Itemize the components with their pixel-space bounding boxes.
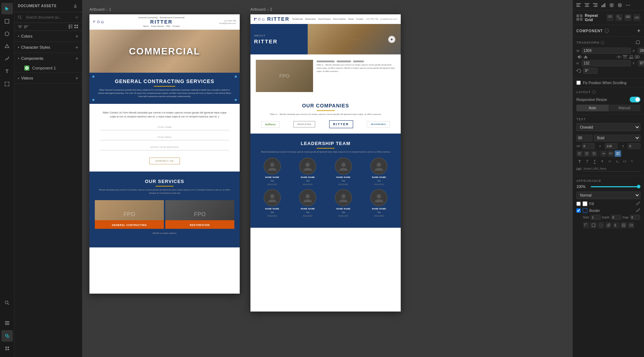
canvas-area[interactable]: Artboard – 1 [82, 0, 572, 357]
opacity-slider[interactable] [591, 186, 640, 187]
shadow-icon[interactable] [583, 222, 589, 228]
border-gap-input[interactable] [630, 215, 640, 220]
text-tool[interactable]: T [1, 66, 13, 77]
artboard-2[interactable]: RITTER ResidentialRestorationRoof Divisi… [250, 14, 401, 312]
manual-button[interactable]: Manual [609, 105, 641, 111]
align-center-text-btn[interactable] [584, 150, 590, 157]
zoom-tool[interactable] [1, 297, 13, 308]
components-add-btn[interactable]: + [75, 56, 78, 61]
name-field[interactable]: YOUR NAME [100, 124, 229, 130]
flip-v-icon[interactable] [583, 55, 588, 59]
strikethrough-text-btn[interactable]: T̶ [599, 158, 605, 165]
polygon-tool[interactable] [1, 40, 13, 52]
transform-reset-icon[interactable] [635, 40, 640, 45]
flip-h-icon[interactable] [577, 55, 582, 59]
allcaps-btn[interactable]: TT [621, 158, 628, 165]
component-add-button[interactable]: + [637, 28, 640, 34]
overlay-fill-icon[interactable] [605, 222, 612, 228]
list-view-icon[interactable] [69, 25, 73, 29]
x-input[interactable] [638, 48, 644, 54]
character-styles-header[interactable]: ▾ Character Styles + [14, 42, 82, 53]
italic-text-btn[interactable]: T [584, 158, 590, 165]
text-decoration-none-btn[interactable] [600, 150, 607, 157]
repeat-grid-icon-2[interactable] [615, 14, 623, 21]
char-spacing-input[interactable] [582, 143, 595, 149]
repeat-grid-icon-3[interactable] [624, 14, 631, 21]
align-bottom-icon[interactable] [629, 55, 634, 59]
para-spacing-input[interactable] [628, 143, 640, 149]
image-fill-icon[interactable] [620, 222, 627, 228]
align-left-icon[interactable] [575, 1, 582, 9]
distribute-h-icon[interactable] [608, 1, 615, 9]
align-left-text-btn[interactable] [576, 150, 583, 157]
sort-icon[interactable] [24, 25, 28, 29]
font-size-input[interactable] [576, 135, 592, 141]
align-right-icon[interactable] [591, 1, 599, 9]
artboard-1[interactable]: General Contracting Residential & Commer… [89, 14, 240, 294]
align-center-icon[interactable] [583, 1, 590, 9]
pen-tool[interactable] [1, 53, 13, 64]
height-input[interactable] [582, 60, 631, 66]
gradient-fill-icon[interactable] [613, 222, 619, 228]
layers-icon[interactable] [1, 318, 13, 329]
line-height-input[interactable] [605, 143, 618, 149]
more-options-icon[interactable] [624, 1, 631, 9]
rectangle-tool[interactable] [1, 15, 13, 27]
font-select[interactable]: Oswald [576, 123, 640, 131]
select-tool[interactable] [1, 3, 13, 14]
text-list-btn[interactable] [608, 150, 614, 157]
auto-button[interactable]: Auto [576, 105, 609, 111]
artboard-tool[interactable] [1, 78, 13, 90]
colors-section-header[interactable]: ▾ Colors + [14, 31, 82, 42]
fix-scrolling-checkbox[interactable] [576, 81, 581, 85]
rotation-input[interactable] [583, 68, 597, 74]
blur-icon[interactable] [598, 222, 604, 228]
align-top-icon[interactable] [623, 55, 628, 59]
grid-view-icon[interactable] [74, 25, 78, 29]
underline-text-btn[interactable]: T [591, 158, 598, 165]
components-header[interactable]: ▾ Components + [14, 53, 82, 64]
text-wrap-btn[interactable] [615, 150, 621, 157]
plugins-icon[interactable] [1, 343, 13, 354]
border-dash-input[interactable] [611, 215, 621, 220]
repeat-grid-icon-4[interactable] [633, 14, 640, 21]
url-input[interactable] [583, 166, 640, 172]
align-right-text-btn[interactable] [591, 150, 597, 157]
fill-checkbox[interactable] [576, 202, 581, 206]
video-fill-icon[interactable] [628, 222, 634, 228]
width-input[interactable] [582, 48, 631, 54]
border-checkbox[interactable] [576, 208, 581, 213]
assets-icon[interactable] [1, 330, 13, 342]
character-styles-add-btn[interactable]: + [75, 44, 78, 50]
smallcaps-btn[interactable]: Tₜ [629, 158, 635, 165]
repeat-grid-icon-1[interactable] [606, 14, 614, 21]
fill-eyedropper-icon[interactable] [636, 201, 640, 206]
filter-icon[interactable] [18, 25, 22, 29]
colors-add-btn[interactable]: + [75, 33, 78, 39]
subscript-btn[interactable]: T₂ [614, 158, 620, 165]
mask-icon[interactable] [635, 55, 640, 59]
fill-color-swatch[interactable] [582, 201, 587, 206]
contact-us-button[interactable]: CONTACT US [149, 158, 180, 164]
videos-header[interactable]: ▸ Videos + [14, 73, 82, 83]
ellipse-tool[interactable] [1, 28, 13, 39]
bold-text-btn[interactable]: T [576, 158, 583, 165]
email-field[interactable]: YOUR EMAIL [100, 134, 229, 140]
message-field[interactable]: ENTER YOUR MESSAGE [100, 144, 229, 150]
font-weight-select[interactable]: Bold Regular Light [594, 135, 640, 141]
border-eyedropper-icon[interactable] [636, 208, 640, 213]
border-size-input[interactable] [591, 215, 601, 220]
constrain-icon[interactable] [616, 55, 621, 59]
search-input[interactable] [24, 14, 73, 20]
inner-shadow-icon[interactable] [590, 222, 597, 228]
bar-chart-icon[interactable] [600, 1, 607, 9]
superscript-btn[interactable]: T² [606, 158, 613, 165]
component-1-item[interactable]: Component 1 [14, 64, 82, 72]
responsive-resize-toggle[interactable] [630, 97, 640, 102]
border-color-swatch[interactable] [582, 208, 587, 213]
y-input[interactable] [638, 60, 644, 66]
blend-mode-select[interactable]: Normal Multiply Screen Overlay [576, 192, 640, 199]
distribute-v-icon[interactable] [616, 1, 623, 9]
export-button[interactable] [72, 3, 78, 9]
videos-add-btn[interactable]: + [75, 75, 78, 81]
